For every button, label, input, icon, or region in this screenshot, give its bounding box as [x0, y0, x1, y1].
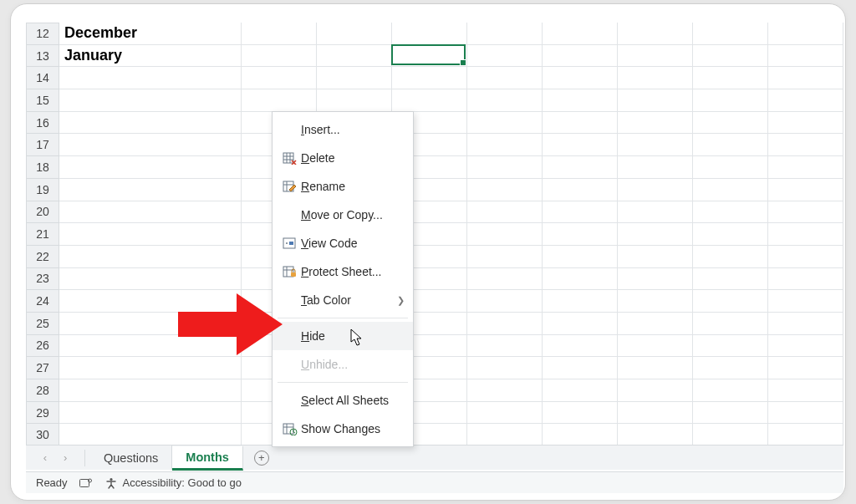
cell[interactable]: [618, 223, 693, 246]
cell[interactable]: [768, 67, 843, 89]
cell[interactable]: [768, 223, 843, 246]
cell[interactable]: [768, 156, 843, 179]
cell[interactable]: [618, 45, 693, 68]
cell[interactable]: [768, 424, 843, 446]
row-header[interactable]: 30: [26, 424, 59, 446]
row-header[interactable]: 29: [26, 402, 59, 425]
cell[interactable]: [467, 112, 543, 135]
cell[interactable]: [768, 246, 843, 268]
row-header[interactable]: 16: [26, 112, 59, 135]
cell[interactable]: [693, 246, 768, 268]
cell[interactable]: [467, 335, 543, 358]
cell[interactable]: [59, 402, 242, 425]
row-header[interactable]: 17: [26, 134, 59, 156]
cell[interactable]: [59, 67, 242, 89]
cell[interactable]: [59, 313, 242, 335]
cell[interactable]: [543, 45, 618, 68]
menu-item[interactable]: Insert...: [273, 115, 413, 144]
sheet-tab[interactable]: Months: [172, 446, 243, 471]
cell[interactable]: [392, 23, 467, 45]
cell[interactable]: January: [59, 45, 242, 68]
cell[interactable]: [59, 268, 242, 291]
cell[interactable]: [467, 313, 543, 335]
cell[interactable]: [392, 89, 467, 112]
cell[interactable]: [467, 402, 543, 425]
sheet-context-menu[interactable]: Insert...DeleteRenameMove or Copy...View…: [272, 111, 414, 447]
menu-item[interactable]: Tab Color❯: [273, 286, 413, 314]
cell[interactable]: [768, 313, 843, 335]
cell[interactable]: [392, 67, 467, 89]
cells-area[interactable]: DecemberJanuary: [59, 23, 843, 447]
macro-record-button[interactable]: [79, 476, 93, 490]
row-headers[interactable]: 12131415161718192021222324252627282930: [26, 23, 59, 447]
cell[interactable]: [693, 156, 768, 179]
cell[interactable]: [768, 357, 843, 379]
cell[interactable]: [242, 67, 317, 89]
cell[interactable]: [768, 89, 843, 112]
cell[interactable]: [467, 23, 543, 45]
cell[interactable]: [768, 379, 843, 402]
cell[interactable]: [467, 379, 543, 402]
row-header[interactable]: 13: [26, 45, 59, 68]
cell[interactable]: [59, 179, 242, 201]
cell[interactable]: [618, 89, 693, 112]
cell[interactable]: [543, 89, 618, 112]
cell[interactable]: [543, 134, 618, 156]
cell[interactable]: [317, 45, 392, 68]
row-header[interactable]: 26: [26, 335, 59, 358]
row-header[interactable]: 25: [26, 313, 59, 335]
cell[interactable]: [618, 246, 693, 268]
cell[interactable]: [693, 134, 768, 156]
cell[interactable]: [467, 67, 543, 89]
cell[interactable]: [467, 134, 543, 156]
cell[interactable]: [467, 268, 543, 291]
cell[interactable]: [768, 134, 843, 156]
cell[interactable]: [59, 201, 242, 224]
cell[interactable]: [467, 223, 543, 246]
cell[interactable]: [543, 201, 618, 224]
cell[interactable]: [467, 246, 543, 268]
cell[interactable]: [242, 89, 317, 112]
cell[interactable]: [543, 112, 618, 135]
row-header[interactable]: 12: [26, 23, 59, 45]
cell[interactable]: [693, 223, 768, 246]
cell[interactable]: [768, 402, 843, 425]
cell[interactable]: [59, 290, 242, 313]
cell[interactable]: [317, 67, 392, 89]
cell[interactable]: [543, 313, 618, 335]
cell[interactable]: [543, 67, 618, 89]
cell[interactable]: [768, 201, 843, 224]
cell[interactable]: [59, 246, 242, 268]
row-header[interactable]: 14: [26, 67, 59, 89]
menu-item[interactable]: Select All Sheets: [273, 386, 413, 415]
cell[interactable]: [467, 357, 543, 379]
cell[interactable]: [543, 379, 618, 402]
cell[interactable]: [693, 112, 768, 135]
cell[interactable]: [693, 89, 768, 112]
cell[interactable]: [693, 268, 768, 291]
menu-item[interactable]: Hide: [273, 322, 413, 350]
cell[interactable]: [618, 357, 693, 379]
add-sheet-button[interactable]: +: [250, 446, 273, 470]
cell[interactable]: [768, 45, 843, 68]
cell[interactable]: [693, 67, 768, 89]
nav-prev-icon[interactable]: ‹: [43, 451, 47, 464]
row-header[interactable]: 27: [26, 357, 59, 379]
cell[interactable]: [59, 223, 242, 246]
cell[interactable]: [618, 313, 693, 335]
cell[interactable]: [543, 223, 618, 246]
cell[interactable]: [543, 335, 618, 358]
cell[interactable]: [618, 201, 693, 224]
cell[interactable]: [693, 313, 768, 335]
row-header[interactable]: 21: [26, 223, 59, 246]
cell[interactable]: [693, 379, 768, 402]
cell[interactable]: [467, 290, 543, 313]
row-header[interactable]: 19: [26, 179, 59, 201]
cell[interactable]: [693, 23, 768, 45]
cell[interactable]: [618, 156, 693, 179]
cell[interactable]: [59, 89, 242, 112]
cell[interactable]: [317, 23, 392, 45]
cell[interactable]: [768, 112, 843, 135]
cell[interactable]: [543, 290, 618, 313]
cell[interactable]: [618, 379, 693, 402]
